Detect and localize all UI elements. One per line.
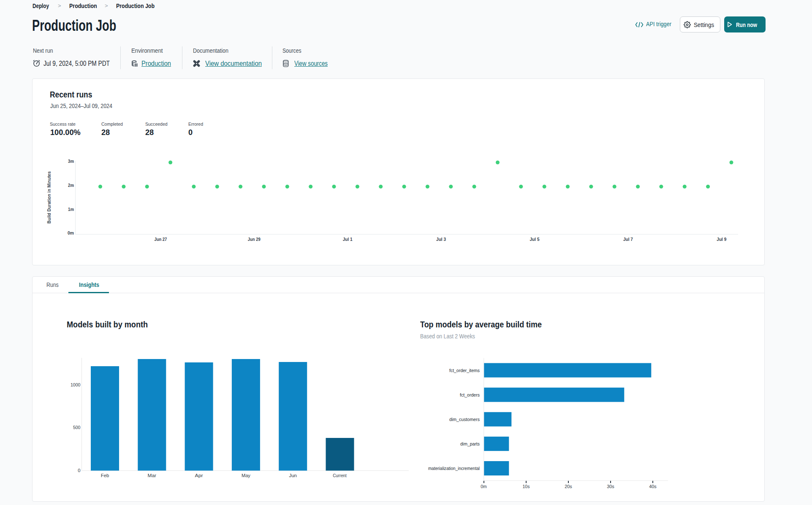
svg-text:1000: 1000 xyxy=(71,382,81,387)
svg-text:Feb: Feb xyxy=(101,473,109,478)
svg-text:Jun 29: Jun 29 xyxy=(248,237,261,242)
svg-text:0m: 0m xyxy=(481,484,487,489)
svg-text:2m: 2m xyxy=(68,183,74,188)
svg-text:0m: 0m xyxy=(68,230,74,235)
svg-text:Jun 27: Jun 27 xyxy=(154,237,167,242)
svg-text:20s: 20s xyxy=(565,484,572,489)
svg-text:Apr: Apr xyxy=(195,473,203,478)
svg-text:Current: Current xyxy=(333,473,347,478)
svg-text:40s: 40s xyxy=(649,484,657,489)
svg-text:materialization_incremental: materialization_incremental xyxy=(428,466,480,471)
svg-text:Mar: Mar xyxy=(148,473,157,478)
svg-text:1m: 1m xyxy=(68,207,74,212)
svg-text:dim_parts: dim_parts xyxy=(460,441,480,446)
svg-text:0: 0 xyxy=(78,468,80,473)
svg-text:fct_orders: fct_orders xyxy=(460,392,480,397)
svg-text:Jul 5: Jul 5 xyxy=(530,237,540,242)
svg-text:10s: 10s xyxy=(523,484,530,489)
svg-text:Jul 3: Jul 3 xyxy=(436,237,446,242)
svg-text:Build Duration in Minutes: Build Duration in Minutes xyxy=(46,171,52,224)
svg-text:Jul 1: Jul 1 xyxy=(343,237,353,242)
svg-text:fct_order_items: fct_order_items xyxy=(449,368,480,373)
svg-text:3m: 3m xyxy=(68,159,74,164)
svg-text:Jun: Jun xyxy=(289,473,297,478)
svg-text:dim_customers: dim_customers xyxy=(449,417,480,422)
svg-text:Jul 7: Jul 7 xyxy=(623,237,633,242)
svg-text:Jul 9: Jul 9 xyxy=(717,237,726,242)
svg-text:500: 500 xyxy=(73,425,81,430)
svg-text:30s: 30s xyxy=(607,484,614,489)
svg-text:May: May xyxy=(242,473,250,478)
